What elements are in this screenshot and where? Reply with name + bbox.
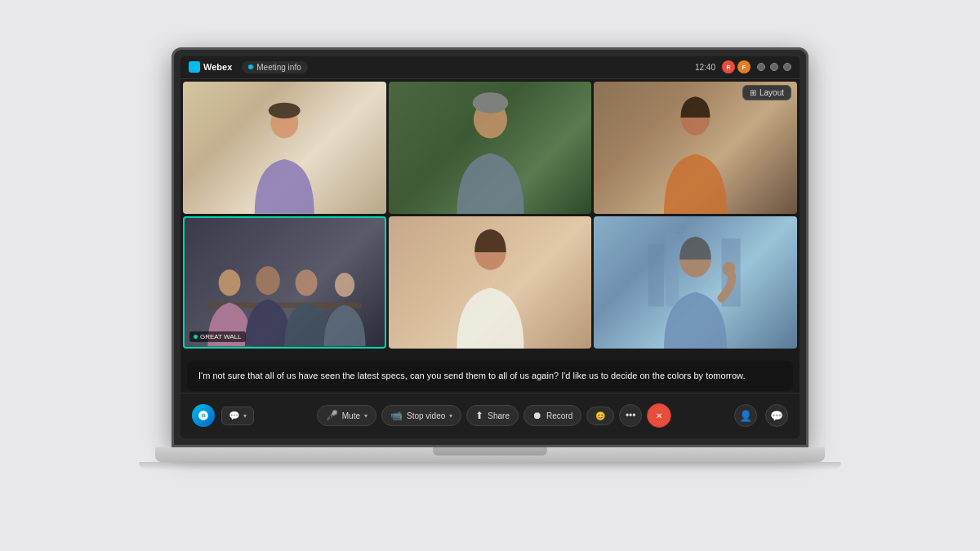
emoji-button[interactable]: 😊 [586,407,614,425]
active-indicator [194,335,198,339]
participants-icon: 👤 [739,410,752,422]
share-icon: ⬆ [475,410,483,421]
svg-point-7 [256,266,280,295]
video-cell-4: GREAT WALL [183,216,386,349]
svg-point-9 [335,273,354,298]
more-button[interactable]: ••• [619,404,642,427]
toolbar-center: 🎤 Mute ▾ 📹 Stop video ▾ ⬆ Share [317,403,671,428]
stop-video-label: Stop video [407,411,445,420]
meeting-info-badge[interactable]: Meeting info [242,61,307,73]
meeting-info-text: Meeting info [256,63,301,72]
caption-bar: I'm not sure that all of us have seen th… [187,361,793,391]
leave-button[interactable]: ✕ [647,403,671,428]
ai-button[interactable] [192,404,215,427]
caption-text: I'm not sure that all of us have seen th… [198,371,745,380]
emoji-icon: 😊 [595,411,605,420]
layout-icon: ⊞ [750,88,756,97]
svg-point-8 [296,269,318,295]
laptop-shadow [139,462,841,470]
comments-button[interactable]: 💬 [765,404,788,427]
layout-button[interactable]: ⊞ Layout [742,85,791,100]
title-bar-right: 12:40 R F [695,60,791,73]
cell-name-4: GREAT WALL [200,333,242,340]
webex-logo-text: Webex [203,62,232,72]
video-icon: 📹 [390,410,403,421]
title-bar-left: Webex Meeting info [189,61,308,73]
leave-icon: ✕ [656,411,662,420]
svg-rect-11 [648,243,664,306]
laptop-base [155,447,825,462]
window-controls [757,63,791,71]
webex-logo-icon [189,61,200,73]
video-figure-2 [389,82,592,214]
mute-button[interactable]: 🎤 Mute ▾ [317,405,376,426]
toolbar-left: 💬 ▾ [192,404,254,427]
laptop-container: Webex Meeting info 12:40 R F [139,47,841,504]
more-icon: ••• [626,410,636,421]
share-button[interactable]: ⬆ Share [466,405,519,426]
record-icon: ⏺ [532,410,542,421]
video-cell-1 [183,82,386,214]
close-button[interactable] [783,63,791,71]
mute-chevron: ▾ [364,412,368,420]
video-figure-1 [183,82,386,214]
maximize-button[interactable] [770,63,778,71]
chat-button[interactable]: 💬 ▾ [221,407,254,425]
video-cell-3 [594,82,797,214]
toolbar-right: 👤 💬 [734,404,788,427]
chat-icon: 💬 [229,411,240,421]
title-bar: Webex Meeting info 12:40 R F [180,56,800,79]
stop-video-button[interactable]: 📹 Stop video ▾ [381,405,461,426]
participants-button[interactable]: 👤 [734,404,757,427]
meeting-info-dot [248,64,253,69]
comments-icon: 💬 [770,410,783,422]
clock: 12:40 [695,63,715,72]
video-cell-6 [594,216,797,349]
video-figure-4 [185,218,385,347]
screen-content: Webex Meeting info 12:40 R F [180,56,800,438]
bottom-toolbar: 💬 ▾ 🎤 Mute ▾ 📹 Stop video ▾ [180,393,800,438]
video-cell-2 [389,82,592,214]
video-figure-3 [594,82,797,214]
svg-rect-12 [666,233,679,306]
layout-label: Layout [760,88,784,97]
video-figure-5 [389,216,592,349]
cell-label-4: GREAT WALL [189,331,246,342]
svg-point-6 [219,269,241,295]
svg-point-15 [723,261,735,276]
video-figure-6 [594,216,797,349]
laptop-notch [433,447,547,455]
webex-logo: Webex [189,61,232,73]
participant-avatars: R F [722,60,751,73]
video-chevron: ▾ [449,412,452,420]
chat-chevron: ▾ [243,412,247,420]
mute-label: Mute [342,411,360,420]
record-label: Record [546,411,572,420]
video-cell-5 [389,216,592,349]
share-label: Share [488,411,510,420]
minimize-button[interactable] [757,63,765,71]
avatar-1: R [722,60,735,73]
avatar-2: F [737,60,751,73]
svg-point-1 [269,102,301,118]
record-button[interactable]: ⏺ Record [523,405,581,426]
svg-point-3 [472,92,508,113]
laptop-screen: Webex Meeting info 12:40 R F [172,47,808,447]
mute-icon: 🎤 [326,410,338,421]
